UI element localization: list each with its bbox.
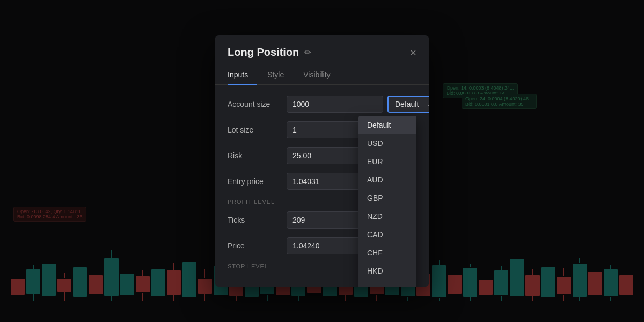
dropdown-item-chf[interactable]: CHF bbox=[358, 244, 416, 262]
entry-price-label: Entry price bbox=[228, 177, 287, 186]
chevron-up-icon bbox=[428, 103, 429, 106]
long-position-dialog: Long Position ✏ × Inputs Style Visibilit… bbox=[215, 35, 429, 287]
currency-dropdown: Default USD EUR AUD GBP NZD CAD CHF HKD … bbox=[358, 116, 416, 287]
tab-style[interactable]: Style bbox=[259, 66, 292, 84]
close-button[interactable]: × bbox=[410, 47, 416, 58]
risk-label: Risk bbox=[228, 151, 287, 160]
title-row: Long Position ✏ bbox=[228, 46, 311, 58]
dialog-body: Account size Default Default USD EUR AUD… bbox=[215, 85, 429, 287]
dialog-overlay: Long Position ✏ × Inputs Style Visibilit… bbox=[0, 0, 644, 322]
currency-dropdown-button[interactable]: Default bbox=[387, 96, 429, 113]
dropdown-item-jpy[interactable]: JPY bbox=[358, 280, 416, 287]
dropdown-item-gbp[interactable]: GBP bbox=[358, 189, 416, 207]
tab-inputs[interactable]: Inputs bbox=[228, 66, 257, 84]
dropdown-item-cad[interactable]: CAD bbox=[358, 225, 416, 244]
price-label: Price bbox=[228, 241, 287, 250]
tab-visibility[interactable]: Visibility bbox=[295, 66, 339, 84]
account-size-row: Account size Default Default USD EUR AUD… bbox=[228, 96, 416, 113]
dropdown-item-default[interactable]: Default bbox=[358, 116, 416, 134]
dropdown-item-usd[interactable]: USD bbox=[358, 134, 416, 152]
currency-selected-label: Default bbox=[395, 100, 419, 108]
dropdown-item-nzd[interactable]: NZD bbox=[358, 207, 416, 225]
account-size-label: Account size bbox=[228, 100, 287, 108]
dialog-header: Long Position ✏ × bbox=[215, 35, 429, 58]
ticks-label: Ticks bbox=[228, 216, 287, 224]
lot-size-label: Lot size bbox=[228, 126, 287, 134]
dropdown-item-aud[interactable]: AUD bbox=[358, 171, 416, 189]
account-size-input[interactable] bbox=[287, 96, 383, 113]
edit-icon[interactable]: ✏ bbox=[304, 47, 311, 57]
tab-bar: Inputs Style Visibility bbox=[215, 66, 429, 85]
dropdown-item-eur[interactable]: EUR bbox=[358, 152, 416, 171]
dropdown-item-hkd[interactable]: HKD bbox=[358, 262, 416, 280]
dialog-title: Long Position bbox=[228, 46, 299, 58]
